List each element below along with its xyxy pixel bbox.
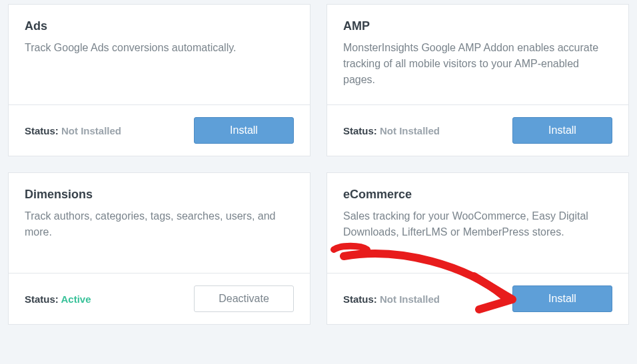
addon-title: Dimensions	[25, 188, 294, 202]
status-value: Not Installed	[380, 293, 440, 305]
status-value: Active	[61, 293, 91, 305]
install-button[interactable]: Install	[512, 117, 612, 144]
status-value: Not Installed	[380, 125, 440, 136]
status-label-wrap: Status: Not Installed	[343, 293, 440, 305]
card-footer: Status: Not Installed Install	[9, 104, 310, 156]
addon-description: Track authors, categories, tags, searche…	[25, 208, 294, 240]
status-label-wrap: Status: Not Installed	[343, 125, 440, 136]
addon-title: AMP	[343, 19, 612, 33]
addon-description: Sales tracking for your WooCommerce, Eas…	[343, 208, 612, 240]
install-button[interactable]: Install	[194, 117, 294, 144]
addon-card-ads: Ads Track Google Ads conversions automat…	[8, 4, 311, 156]
addons-grid: Ads Track Google Ads conversions automat…	[0, 0, 637, 329]
card-footer: Status: Not Installed Install	[327, 104, 628, 156]
addon-title: Ads	[25, 19, 294, 33]
status-label: Status:	[343, 125, 377, 136]
addon-title: eCommerce	[343, 188, 612, 202]
card-footer: Status: Not Installed Install	[327, 273, 628, 324]
status-label: Status:	[343, 293, 377, 305]
card-body: Ads Track Google Ads conversions automat…	[9, 5, 310, 104]
deactivate-button[interactable]: Deactivate	[194, 285, 294, 312]
status-label: Status:	[25, 125, 59, 136]
status-label-wrap: Status: Not Installed	[25, 125, 121, 136]
addon-card-ecommerce: eCommerce Sales tracking for your WooCom…	[326, 172, 629, 325]
addon-description: MonsterInsights Google AMP Addon enables…	[343, 40, 612, 88]
status-value: Not Installed	[61, 125, 121, 136]
addon-description: Track Google Ads conversions automatical…	[25, 40, 294, 56]
card-body: AMP MonsterInsights Google AMP Addon ena…	[327, 5, 628, 104]
addon-card-amp: AMP MonsterInsights Google AMP Addon ena…	[326, 4, 629, 156]
card-footer: Status: Active Deactivate	[9, 273, 310, 324]
status-label: Status:	[25, 293, 59, 305]
install-button[interactable]: Install	[512, 285, 612, 312]
card-body: eCommerce Sales tracking for your WooCom…	[327, 173, 628, 273]
card-body: Dimensions Track authors, categories, ta…	[9, 173, 310, 273]
status-label-wrap: Status: Active	[25, 293, 91, 305]
addon-card-dimensions: Dimensions Track authors, categories, ta…	[8, 172, 311, 325]
